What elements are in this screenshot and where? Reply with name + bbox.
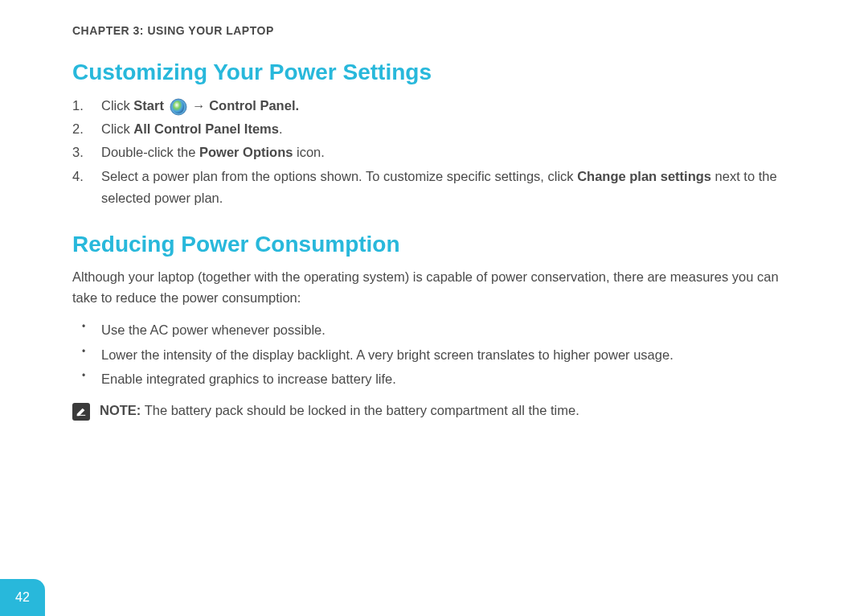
step-4-prefix: Select a power plan from the options sho… xyxy=(101,169,577,183)
note-text-container: NOTE: The battery pack should be locked … xyxy=(100,400,579,421)
windows-start-icon xyxy=(170,98,187,116)
step-3-bold: Power Options xyxy=(199,145,293,159)
page-number: 42 xyxy=(15,590,30,605)
step-1-arrow: → xyxy=(189,98,210,113)
document-page: CHAPTER 3: USING YOUR LAPTOP Customizing… xyxy=(0,0,868,421)
step-4: Select a power plan from the options sho… xyxy=(72,166,796,209)
step-2-prefix: Click xyxy=(101,121,133,136)
chapter-header: CHAPTER 3: USING YOUR LAPTOP xyxy=(72,24,796,37)
page-number-tab: 42 xyxy=(0,579,45,616)
section-title-reducing: Reducing Power Consumption xyxy=(72,232,796,257)
section-title-customizing: Customizing Your Power Settings xyxy=(72,60,796,85)
step-1: Click Start → Control Panel. xyxy=(72,95,796,117)
bullet-1: Use the AC power whenever possible. xyxy=(72,319,796,340)
note-label: NOTE: xyxy=(100,403,141,417)
note-icon xyxy=(72,403,90,421)
note-text: The battery pack should be locked in the… xyxy=(141,403,579,417)
steps-list: Click Start → Control Panel. xyxy=(72,95,796,209)
step-1-start: Start xyxy=(133,98,164,113)
bullet-2: Lower the intensity of the display backl… xyxy=(72,344,796,365)
step-1-control-panel: Control Panel. xyxy=(209,98,299,113)
step-2-suffix: . xyxy=(279,121,283,136)
bullet-list: Use the AC power whenever possible. Lowe… xyxy=(72,319,796,389)
section2-intro: Although your laptop (together with the … xyxy=(72,267,796,308)
bullet-3: Enable integrated graphics to increase b… xyxy=(72,368,796,389)
step-3: Double-click the Power Options icon. xyxy=(72,142,796,163)
step-1-prefix: Click xyxy=(101,98,133,113)
step-2-bold: All Control Panel Items xyxy=(133,121,279,136)
step-3-prefix: Double-click the xyxy=(101,145,199,159)
step-2: Click All Control Panel Items. xyxy=(72,118,796,140)
step-3-suffix: icon. xyxy=(293,145,324,159)
step-4-bold: Change plan settings xyxy=(577,169,711,183)
note-row: NOTE: The battery pack should be locked … xyxy=(72,400,796,421)
